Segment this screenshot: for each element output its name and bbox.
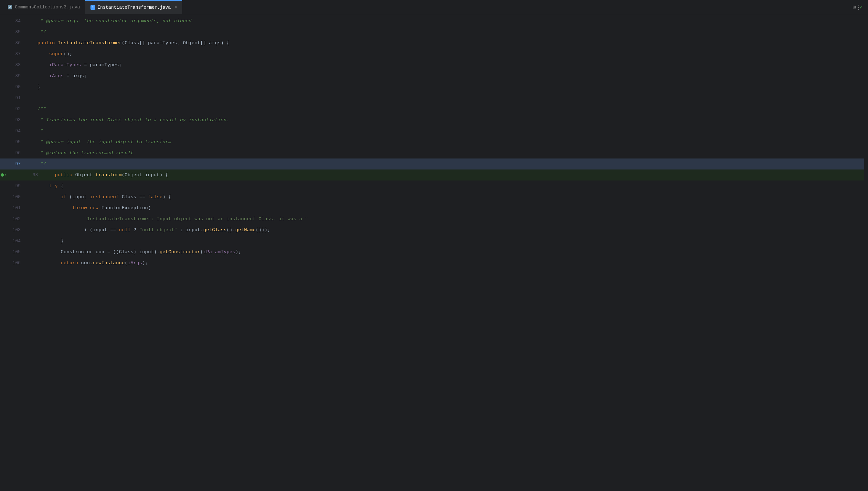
code-token [26,52,49,57]
tab-instantiate[interactable]: J InstantiateTransformer.java × [85,0,182,14]
line-number: 91 [0,92,26,104]
code-token [26,183,49,189]
code-token: * [26,139,46,145]
line-marker: ↑ [1,173,6,177]
line-number: 90 [0,82,26,92]
line-number: 88 [0,59,26,70]
code-token: throw [72,205,87,210]
breakpoint-dot[interactable] [1,173,4,177]
table-row: 89 iArgs = args; [0,70,864,82]
table-row: 96 * @return the transformed result [0,147,864,158]
tab-bar: J CommonsCollections3.java J Instantiate… [0,0,868,14]
code-token [26,260,61,265]
code-token: getName [235,227,256,233]
code-token: ( [200,250,203,255]
line-content: + (input == null ? "null object" : input… [26,225,270,235]
execution-arrow: ↑ [4,173,6,177]
code-token: false [148,194,162,200]
code-token: transform [96,172,122,178]
table-row: 86 public InstantiateTransformer(Class[]… [0,37,864,49]
line-number: 92 [0,104,26,115]
line-number: 93 [0,115,26,125]
code-token: public [55,172,75,178]
code-token: if [61,194,67,200]
line-content: Constructor con = ((Class) input).getCon… [26,247,241,257]
code-token: */ [26,162,46,167]
code-token: super [49,52,64,57]
line-content: super(); [26,49,72,59]
editor-actions: ⊞ ✓ [853,4,863,10]
line-number: 100 [0,192,26,202]
code-token: @return [46,150,67,155]
code-token: Object [75,172,96,178]
code-token: "InstantiateTransformer: Input object wa… [84,216,308,222]
code-token: getClass [203,227,226,233]
code-token: args the constructor arguments, not clon… [64,19,192,24]
line-content: if (input instanceof Class == false) { [26,192,171,202]
check-icon[interactable]: ✓ [860,4,863,10]
code-token: the transformed result [67,150,133,155]
code-token: Constructor con = ((Class) input). [26,250,160,255]
table-row: 103 + (input == null ? "null object" : i… [0,225,864,235]
code-token: (Class[] paramTypes, Object[] args) { [122,40,229,46]
code-token [26,62,49,67]
code-token: Class == [119,194,148,200]
code-token [26,74,49,79]
line-content: } [26,235,64,247]
table-row: 97 */ [0,158,864,170]
line-number: 84 [0,16,26,27]
code-token [26,40,37,46]
table-row: 84 * @param args the constructor argumen… [0,16,864,27]
table-row: 87 super(); [0,49,864,59]
table-row: 106 return con.newInstance(iArgs); [0,257,864,268]
line-number: 103 [0,225,26,235]
table-row: 105 Constructor con = ((Class) input).ge… [0,247,864,257]
code-token: ? [130,227,139,233]
line-content: * @param input the input object to trans… [26,137,171,147]
table-row: 90 } [0,82,864,92]
code-token: @param [46,19,64,24]
table-row: 102 "InstantiateTransformer: Input objec… [0,213,864,225]
line-content: return con.newInstance(iArgs); [26,257,148,268]
line-number: 95 [0,137,26,147]
line-number: 106 [0,257,26,268]
code-token: FunctorException [101,205,148,210]
line-content: } [26,82,40,92]
table-row: 95 * @param input the input object to tr… [0,137,864,147]
line-content: "InstantiateTransformer: Input object wa… [26,213,308,225]
line-number: 102 [0,213,26,225]
code-token: ( [125,260,128,265]
code-token: /** [26,107,46,112]
code-token: ())); [256,227,270,233]
code-token: } [26,238,64,243]
code-token [26,205,72,210]
layout-icon[interactable]: ⊞ [853,4,856,10]
tab-icon-instantiate: J [91,5,95,10]
line-number: 104 [0,235,26,247]
line-content: public InstantiateTransformer(Class[] pa… [26,37,229,49]
code-token: new [90,205,99,210]
tab-close-button[interactable]: × [175,5,177,10]
table-row: 99 try { [0,180,864,192]
code-token: "null object" [139,227,177,233]
scrollbar[interactable] [864,14,868,491]
editor-container: J CommonsCollections3.java J Instantiate… [0,0,868,491]
code-token: */ [26,29,46,35]
code-token: public [37,40,58,46]
code-token: { [58,183,64,189]
line-number: 94 [0,125,26,137]
line-content: * @param args the constructor arguments,… [26,16,192,27]
tab-commons[interactable]: J CommonsCollections3.java [3,0,85,14]
code-token [26,194,61,200]
tab-label-commons: CommonsCollections3.java [15,4,80,10]
code-token [43,172,55,178]
table-row: 94 * [0,125,864,137]
line-content: * [26,125,43,137]
code-area: 84 * @param args the constructor argumen… [0,14,868,491]
code-token [26,216,84,222]
line-content: */ [26,27,46,37]
line-content: /** [26,104,46,115]
code-token: iParamTypes [203,250,235,255]
code-token: iParamTypes [49,62,81,67]
table-row: 92 /** [0,104,864,115]
